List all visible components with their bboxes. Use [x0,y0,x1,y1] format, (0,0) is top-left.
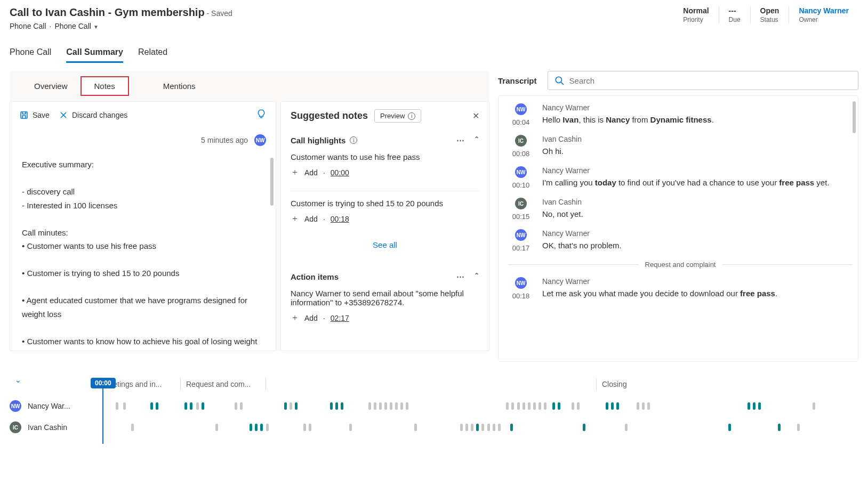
timeline-segment[interactable]: Closing [596,378,751,391]
add-button[interactable]: Add [304,314,318,322]
timeline-track[interactable] [93,402,858,410]
avatar: IC [10,421,21,433]
note-timestamp: 5 minutes ago [201,136,248,144]
more-icon[interactable]: ⋯ [456,135,464,145]
chevron-down-icon: ▼ [93,24,99,30]
avatar: NW [254,134,266,146]
close-icon[interactable]: ✕ [472,111,479,121]
speaker-name: Nancy Warner [542,166,853,175]
tab-call-summary[interactable]: Call Summary [66,43,123,63]
save-icon [20,111,28,119]
transcript-turn[interactable]: IC00:15 Ivan CashinNo, not yet. [508,198,853,221]
timestamp: 00:15 [512,213,530,221]
action-item-text: Nancy Warner to send email about "some h… [291,289,479,307]
timeline-segment[interactable] [266,378,596,391]
transcript-section-label: Request and complaint [645,261,716,269]
timestamp: 00:17 [512,244,530,252]
save-status: - Saved [207,9,232,18]
tab-phone-call[interactable]: Phone Call [10,43,51,63]
chevron-up-icon[interactable]: ⌃ [474,135,479,145]
subtab-notes[interactable]: Notes [81,76,129,96]
timestamp: 00:08 [512,150,530,158]
timestamp-link[interactable]: 00:18 [331,215,349,223]
note-body[interactable]: Executive summary: - discovery call- Int… [10,148,276,351]
search-input[interactable] [548,71,858,90]
suggested-title: Suggested notes [291,110,368,121]
chevron-down-icon[interactable]: ⌄ [15,376,21,384]
speaker-name: Ivan Cashin [542,198,853,206]
lightbulb-icon[interactable] [256,109,266,120]
subtab-mentions[interactable]: Mentions [150,77,208,95]
chevron-up-icon[interactable]: ⌃ [474,272,479,281]
breadcrumb[interactable]: Phone Call·Phone Call▼ [10,22,232,30]
highlight-text: Customer is trying to shed 15 to 20 poun… [291,199,479,208]
search-icon [554,76,564,85]
timeline-track[interactable] [93,424,858,431]
avatar: IC [515,198,527,209]
avatar: NW [515,277,527,289]
timestamp-link[interactable]: 00:00 [331,168,349,177]
utterance: OK, that's no problem. [542,240,853,252]
info-icon: i [408,112,415,120]
plus-icon[interactable]: ＋ [291,167,299,178]
utterance: No, not yet. [542,208,853,221]
plus-icon[interactable]: ＋ [291,312,299,323]
discard-button[interactable]: Discard changes [59,111,127,119]
info-icon[interactable]: i [350,136,357,144]
save-button[interactable]: Save [20,111,50,119]
transcript-turn[interactable]: NW00:10 Nancy WarnerI'm calling you toda… [508,166,853,189]
see-all-link[interactable]: See all [291,231,479,259]
header-meta-item: NormalPriority [673,6,719,23]
transcript-turn[interactable]: NW00:17 Nancy WarnerOK, that's no proble… [508,229,853,252]
transcript-turn[interactable]: NW00:18 Nancy WarnerLet me ask you what … [508,277,853,300]
record-title: Call to Ivan Cashin - Gym membership [10,6,205,18]
timestamp: 00:18 [512,292,530,300]
utterance: Oh hi. [542,145,853,158]
speaker-name: Nancy Warner [542,277,853,286]
timeline-playhead[interactable]: 00:00 [91,378,116,444]
header-meta-item[interactable]: Nancy WarnerOwner [789,6,858,23]
highlights-heading: Call highlights [291,136,345,145]
speaker-name: Ivan Cashin [542,135,853,143]
scrollbar-thumb[interactable] [853,101,856,133]
avatar: NW [515,103,527,115]
preview-button[interactable]: Preview i [374,109,421,123]
utterance: Hello Ivan, this is Nancy from Dynamic f… [542,114,853,126]
scrollbar-thumb[interactable] [270,158,274,206]
speaker-name: Nancy Warner [542,103,853,112]
avatar: NW [515,166,527,178]
header-meta-item: OpenStatus [751,6,790,23]
plus-icon[interactable]: ＋ [291,213,299,224]
speaker-name: Nancy Warner [542,229,853,238]
avatar: NW [515,229,527,241]
header-meta-item: ---Due [719,6,751,23]
subtab-overview[interactable]: Overview [21,77,81,95]
transcript-turn[interactable]: IC00:08 Ivan CashinOh hi. [508,135,853,158]
timestamp: 00:04 [512,118,530,126]
close-icon [59,111,68,119]
timeline-row: IC Ivan Cashin [10,421,858,433]
add-button[interactable]: Add [304,168,318,177]
timeline-participant: Nancy War... [28,402,86,410]
add-button[interactable]: Add [304,215,318,223]
avatar: NW [10,400,21,412]
timeline-segment[interactable]: Request and com... [180,378,266,391]
tab-related[interactable]: Related [138,43,167,63]
action-items-heading: Action items [291,272,339,281]
utterance: Let me ask you what made you decide to d… [542,288,853,300]
highlight-text: Customer wants to use his free pass [291,152,479,161]
transcript-heading: Transcript [498,76,537,85]
utterance: I'm calling you today to find out if you… [542,177,853,189]
timeline-participant: Ivan Cashin [28,423,86,432]
svg-point-1 [556,77,561,83]
timestamp: 00:10 [512,181,530,189]
timeline-row: NW Nancy War... [10,400,858,412]
transcript-turn[interactable]: NW00:04 Nancy WarnerHello Ivan, this is … [508,103,853,126]
svg-rect-0 [21,112,27,118]
avatar: IC [515,135,527,147]
timestamp-link[interactable]: 02:17 [331,314,349,322]
more-icon[interactable]: ⋯ [456,272,464,281]
